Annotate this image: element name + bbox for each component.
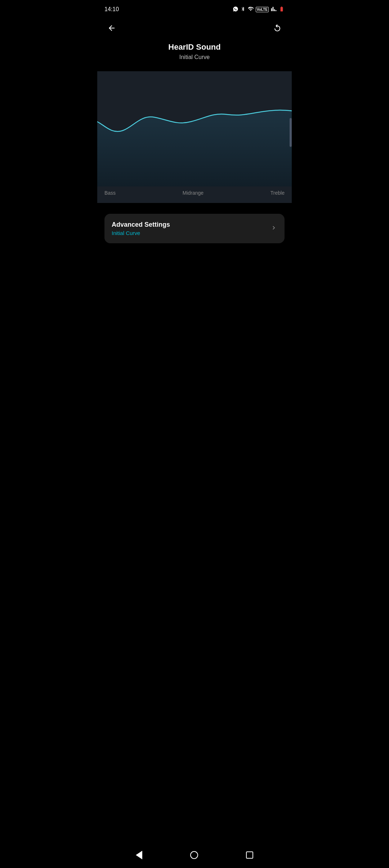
chart-labels: Bass Midrange Treble xyxy=(97,186,292,203)
chart-wrapper xyxy=(97,78,292,186)
wifi-icon xyxy=(248,6,254,13)
settings-card-title: Advanced Settings xyxy=(112,221,267,229)
volte-icon: VoLTE xyxy=(256,7,269,12)
settings-card-content: Advanced Settings Initial Curve xyxy=(112,221,267,236)
bottom-navigation xyxy=(97,845,292,868)
top-navigation xyxy=(97,17,292,42)
page-header: HearID Sound Initial Curve xyxy=(97,42,292,71)
page-title: HearID Sound xyxy=(104,42,285,52)
chart-container: Bass Midrange Treble xyxy=(97,71,292,203)
chart-label-treble: Treble xyxy=(270,190,285,196)
equalizer-chart xyxy=(97,78,292,186)
settings-card-subtitle: Initial Curve xyxy=(112,230,267,236)
settings-section: Advanced Settings Initial Curve xyxy=(97,203,292,254)
recent-square-icon xyxy=(246,851,253,859)
battery-icon xyxy=(279,6,285,13)
bottom-nav-back-button[interactable] xyxy=(136,851,142,859)
back-button[interactable] xyxy=(104,21,119,37)
status-bar: 14:10 VoLTE xyxy=(97,0,292,17)
bottom-nav-recent-button[interactable] xyxy=(246,851,253,859)
chart-label-bass: Bass xyxy=(104,190,116,196)
settings-card-arrow-icon xyxy=(270,224,277,233)
page-subtitle: Initial Curve xyxy=(104,54,285,60)
scroll-indicator xyxy=(290,118,292,147)
bottom-nav-home-button[interactable] xyxy=(190,851,198,859)
advanced-settings-card[interactable]: Advanced Settings Initial Curve xyxy=(104,214,285,243)
chart-label-midrange: Midrange xyxy=(183,190,204,196)
refresh-button[interactable] xyxy=(270,21,285,37)
signal-icon xyxy=(271,6,277,13)
status-time: 14:10 xyxy=(104,6,119,13)
home-circle-icon xyxy=(190,851,198,859)
whatsapp-icon xyxy=(233,6,238,13)
back-triangle-icon xyxy=(136,851,142,859)
status-icons: VoLTE xyxy=(233,6,285,13)
bluetooth-icon xyxy=(241,6,246,13)
